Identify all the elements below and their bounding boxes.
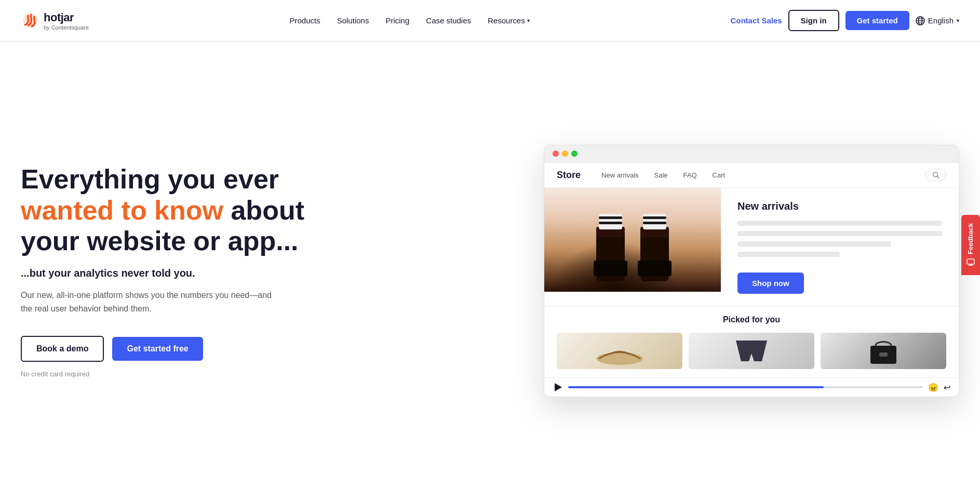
svg-rect-11	[599, 216, 622, 219]
svg-rect-21	[879, 352, 888, 357]
hero-description: Our new, all-in-one platform shows you t…	[21, 289, 280, 315]
hero-left: Everything you ever wanted to know about…	[21, 164, 374, 378]
store-logo: Store	[557, 170, 581, 181]
store-search-box[interactable]	[925, 169, 946, 181]
nav-solutions[interactable]: Solutions	[337, 16, 369, 25]
svg-marker-22	[555, 383, 562, 391]
store-nav-new-arrivals[interactable]: New arrivals	[601, 171, 639, 179]
hero-cta: Book a demo Get started free	[21, 336, 353, 362]
text-line-1	[737, 221, 942, 226]
nav-products[interactable]: Products	[290, 16, 320, 25]
logo-name: hotjar	[44, 11, 89, 24]
svg-rect-18	[643, 222, 666, 224]
bag-image	[821, 333, 946, 369]
hero-headline: Everything you ever wanted to know about…	[21, 164, 353, 257]
picked-item-3[interactable]	[821, 333, 946, 369]
feedback-icon	[966, 258, 975, 267]
feedback-label: Feedback	[967, 223, 975, 254]
emoji-reaction-2[interactable]: ↩	[944, 383, 950, 392]
hotjar-logo-icon	[21, 11, 39, 30]
shop-now-button[interactable]: Shop now	[737, 273, 804, 294]
browser-minimize-dot	[562, 151, 568, 157]
emoji-reaction-1[interactable]: 😠	[928, 383, 938, 392]
nav-contact-sales[interactable]: Contact Sales	[730, 16, 782, 25]
new-arrivals-title: New arrivals	[737, 200, 942, 212]
logo-text: hotjar by Contentsquare	[44, 11, 89, 31]
picked-item-2[interactable]	[689, 333, 814, 369]
svg-point-19	[596, 352, 643, 365]
store-nav-cart[interactable]: Cart	[713, 171, 726, 179]
get-started-button[interactable]: Get started	[845, 11, 909, 30]
logo[interactable]: hotjar by Contentsquare	[21, 11, 89, 31]
browser-maximize-dot	[571, 151, 578, 157]
boots-illustration	[581, 198, 684, 292]
headline-text-1: Everything you ever	[21, 164, 279, 194]
store-hero-image	[544, 188, 721, 292]
svg-rect-12	[599, 222, 622, 224]
shorts-image	[689, 333, 814, 369]
book-demo-button[interactable]: Book a demo	[21, 336, 104, 362]
headline-highlight: wanted to know	[21, 195, 223, 225]
search-icon	[932, 171, 939, 179]
picked-for-you-section: Picked for you	[544, 306, 959, 377]
language-chevron-icon: ▾	[957, 18, 959, 23]
browser-mockup: Store New arrivals Sale FAQ Cart	[544, 145, 959, 397]
progress-track[interactable]	[568, 386, 923, 388]
language-label: English	[928, 16, 954, 25]
svg-rect-17	[643, 216, 666, 219]
sign-in-button[interactable]: Sign in	[788, 10, 839, 31]
video-controls-bar: 😠 ↩	[544, 377, 959, 397]
globe-icon	[916, 16, 925, 25]
store-nav-sale[interactable]: Sale	[654, 171, 668, 179]
svg-rect-14	[638, 261, 672, 276]
no-credit-card-text: No credit card required	[21, 370, 353, 378]
nav-links: Products Solutions Pricing Case studies …	[290, 16, 530, 25]
text-line-4	[737, 252, 840, 257]
browser-bar	[544, 145, 959, 162]
nav-actions: Contact Sales Sign in Get started Englis…	[730, 10, 959, 31]
feedback-tab[interactable]: Feedback	[961, 215, 980, 275]
picked-for-you-title: Picked for you	[557, 315, 946, 324]
nav-pricing[interactable]: Pricing	[385, 16, 409, 25]
store-info-panel: New arrivals Shop now	[721, 188, 959, 306]
nav-case-studies[interactable]: Case studies	[426, 16, 471, 25]
chevron-down-icon: ▾	[527, 18, 530, 23]
progress-fill	[568, 386, 824, 388]
picked-grid	[557, 333, 946, 369]
language-selector[interactable]: English ▾	[916, 16, 959, 25]
get-started-free-button[interactable]: Get started free	[112, 337, 203, 361]
store-nav: Store New arrivals Sale FAQ Cart	[544, 162, 959, 188]
store-nav-links: New arrivals Sale FAQ Cart	[601, 171, 905, 179]
store-nav-faq[interactable]: FAQ	[683, 171, 697, 179]
svg-line-6	[937, 176, 939, 179]
logo-sub: by Contentsquare	[44, 24, 89, 31]
text-line-2	[737, 231, 942, 236]
main-nav: hotjar by Contentsquare Products Solutio…	[0, 0, 980, 42]
svg-rect-23	[967, 259, 974, 264]
play-button[interactable]	[553, 382, 563, 392]
text-line-3	[737, 241, 891, 247]
picked-item-1[interactable]	[557, 333, 682, 369]
hero-right: Store New arrivals Sale FAQ Cart	[544, 145, 959, 397]
hero-subline: ...but your analytics never told you.	[21, 267, 353, 279]
nav-resources[interactable]: Resources ▾	[488, 16, 530, 25]
svg-rect-8	[594, 261, 627, 276]
sandal-image	[557, 333, 682, 369]
hero-section: Everything you ever wanted to know about…	[0, 42, 980, 490]
browser-close-dot	[553, 151, 559, 157]
store-content: New arrivals Shop now	[544, 188, 959, 306]
